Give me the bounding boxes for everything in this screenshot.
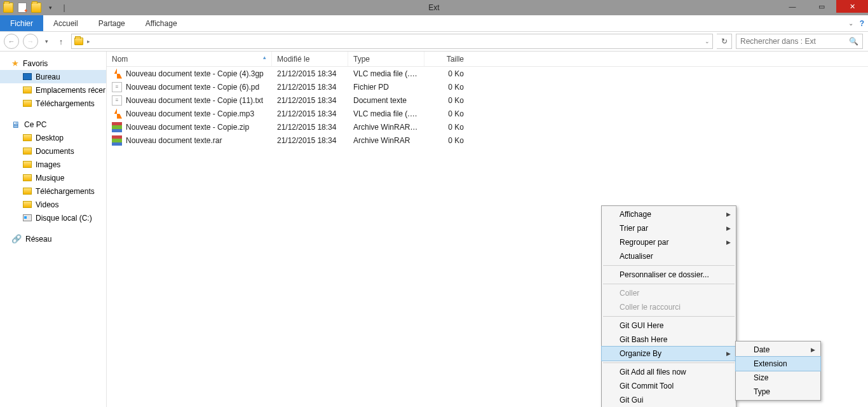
menu-item-label: Git GUI Here [620, 321, 663, 330]
menu-item-organize-by[interactable]: Organize By▶ [602, 347, 736, 361]
menu-item-git-bash-here[interactable]: Git Bash Here [602, 333, 736, 347]
menu-item-regrouper-par[interactable]: Regrouper par▶ [602, 235, 736, 249]
file-modified: 21/12/2015 18:34 [272, 123, 348, 132]
menu-item-label: Coller [620, 289, 639, 298]
column-name[interactable]: Nom ▴ [107, 52, 272, 66]
search-input[interactable] [740, 37, 845, 46]
submenu-item-type[interactable]: Type [736, 385, 820, 399]
file-name: Nouveau document texte - Copie (4).3gp [126, 69, 264, 78]
menu-item-label: Git Commit Tool [620, 382, 674, 390]
menu-item-personnaliser-ce-dossier[interactable]: Personnaliser ce dossier... [602, 268, 736, 282]
sidebar-item-disque-local-c-[interactable]: Disque local (C:) [0, 211, 106, 224]
tab-share[interactable]: Partage [88, 15, 135, 31]
file-size: 0 Ko [424, 123, 469, 132]
history-dropdown-icon[interactable]: ▾ [42, 38, 51, 45]
file-type: Archive WinRAR ZIP [348, 123, 424, 132]
sidebar-item-images[interactable]: Images [0, 158, 106, 171]
file-modified: 21/12/2015 18:34 [272, 109, 348, 118]
menu-item-git-commit-tool[interactable]: Git Commit Tool [602, 379, 736, 393]
menu-item-affichage[interactable]: Affichage▶ [602, 207, 736, 221]
file-type: VLC media file (.3... [348, 69, 424, 78]
menu-item-git-add-all-files-now[interactable]: Git Add all files now [602, 365, 736, 379]
search-icon[interactable]: 🔍 [849, 37, 858, 46]
help-icon[interactable]: ? [860, 19, 864, 28]
sidebar-item-desktop[interactable]: Desktop [0, 131, 106, 144]
file-modified: 21/12/2015 18:34 [272, 69, 348, 78]
sidebar-item-label: Emplacements récer [36, 86, 105, 95]
ribbon-expand-icon[interactable]: ⌄ [848, 20, 853, 27]
drive-icon [23, 214, 32, 221]
sidebar-item-bureau[interactable]: Bureau [0, 70, 106, 83]
sidebar-label: Favoris [23, 59, 48, 68]
menu-item-git-gui-here[interactable]: Git GUI Here [602, 319, 736, 333]
sidebar-item-emplacements-récer[interactable]: Emplacements récer [0, 83, 106, 97]
folder-icon [23, 148, 32, 155]
file-row[interactable]: Nouveau document texte - Copie (4).3gp21… [107, 67, 868, 80]
submenu-arrow-icon: ▶ [726, 239, 731, 245]
menu-item-git-gui[interactable]: Git Gui [602, 393, 736, 407]
window-title: Ext [428, 3, 439, 12]
pc-icon: 🖥 [11, 120, 20, 130]
file-row[interactable]: Nouveau document texte - Copie (11).txt2… [107, 93, 868, 107]
menu-item-label: Coller le raccourci [620, 303, 681, 312]
column-type[interactable]: Type [348, 52, 424, 66]
file-name: Nouveau document texte - Copie (11).txt [126, 96, 263, 105]
sidebar-favorites-header[interactable]: ★ Favoris [0, 57, 106, 70]
file-row[interactable]: Nouveau document texte - Copie (6).pd21/… [107, 80, 868, 93]
file-size: 0 Ko [424, 83, 469, 92]
sidebar-this-pc-header[interactable]: 🖥 Ce PC [0, 118, 106, 131]
new-file-icon[interactable] [17, 2, 28, 13]
file-name: Nouveau document texte - Copie.zip [126, 123, 249, 132]
sidebar-label: Ce PC [24, 120, 46, 129]
column-size[interactable]: Taille [424, 52, 469, 66]
file-type: Fichier PD [348, 83, 424, 92]
sidebar-item-label: Videos [36, 200, 58, 209]
tab-view[interactable]: Affichage [135, 15, 187, 31]
folder-icon [23, 86, 32, 93]
folder-icon[interactable] [31, 2, 42, 13]
sidebar-item-videos[interactable]: Videos [0, 198, 106, 211]
address-dropdown-icon[interactable]: ⌄ [705, 38, 710, 45]
sidebar-item-label: Téléchargements [36, 99, 95, 108]
up-button[interactable]: ↑ [55, 35, 67, 48]
submenu-item-size[interactable]: Size [736, 371, 820, 385]
file-modified: 21/12/2015 18:34 [272, 136, 348, 145]
back-button[interactable]: ← [4, 34, 19, 49]
column-modified[interactable]: Modifié le [272, 52, 348, 66]
tab-home[interactable]: Accueil [43, 15, 88, 31]
sidebar-item-t-l-chargements[interactable]: Téléchargements [0, 184, 106, 198]
maximize-button[interactable]: ▭ [807, 0, 836, 13]
close-button[interactable]: ✕ [836, 0, 868, 13]
sidebar-item-musique[interactable]: Musique [0, 171, 106, 184]
sidebar-network-header[interactable]: 🔗 Réseau [0, 232, 106, 245]
nav-row: ← → ▾ ↑ ▸ ⌄ ↻ 🔍 [0, 32, 868, 52]
refresh-button[interactable]: ↻ [717, 34, 732, 49]
menu-separator [603, 362, 735, 363]
forward-button[interactable]: → [23, 34, 38, 49]
menu-item-trier-par[interactable]: Trier par▶ [602, 221, 736, 235]
menu-item-label: Trier par [620, 224, 648, 233]
tab-file[interactable]: Fichier [0, 15, 43, 31]
menu-separator [603, 316, 735, 317]
sidebar-item-documents[interactable]: Documents [0, 144, 106, 158]
sidebar-item-téléchargements[interactable]: Téléchargements [0, 97, 106, 110]
menu-item-label: Regrouper par [620, 238, 668, 247]
network-icon: 🔗 [11, 234, 22, 244]
file-list-area: Nom ▴ Modifié le Type Taille Nouveau doc… [107, 52, 868, 407]
address-bar[interactable]: ▸ ⌄ [71, 34, 713, 49]
menu-item-actualiser[interactable]: Actualiser [602, 249, 736, 263]
submenu-item-date[interactable]: Date▶ [736, 343, 820, 357]
file-row[interactable]: Nouveau document texte - Copie.zip21/12/… [107, 120, 868, 134]
file-row[interactable]: Nouveau document texte.rar21/12/2015 18:… [107, 134, 868, 147]
submenu-item-extension[interactable]: Extension [736, 357, 820, 371]
folder-icon [23, 100, 32, 107]
submenu-item-label: Type [754, 387, 770, 396]
file-row[interactable]: Nouveau document texte - Copie.mp321/12/… [107, 107, 868, 120]
qat-dropdown-icon[interactable]: ▾ [44, 2, 56, 13]
rar-icon [112, 122, 122, 132]
breadcrumb-separator-icon[interactable]: ▸ [87, 38, 90, 45]
search-box[interactable]: 🔍 [736, 34, 863, 49]
menu-separator [603, 284, 735, 284]
minimize-button[interactable]: — [778, 0, 807, 13]
file-modified: 21/12/2015 18:34 [272, 96, 348, 105]
